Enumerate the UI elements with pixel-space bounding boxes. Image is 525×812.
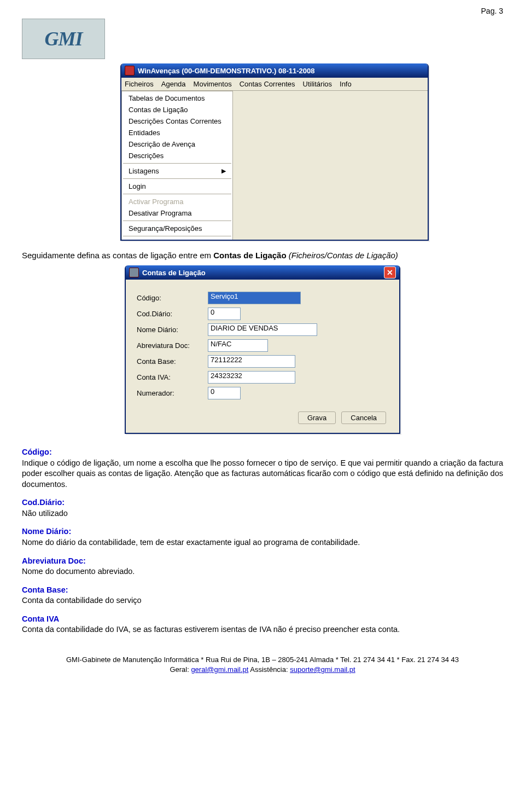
menu-item-tabelas[interactable]: Tabelas de Documentos (122, 92, 232, 104)
input-numerador[interactable]: 0 (208, 387, 241, 399)
input-abrev[interactable]: N/FAC (208, 339, 268, 352)
dialog-icon (129, 268, 139, 277)
menu-agenda[interactable]: Agenda (161, 80, 186, 88)
menu-item-contas-ligacao[interactable]: Contas de Ligação (122, 104, 232, 115)
menu-item-entidades[interactable]: Entidades (122, 127, 232, 138)
titlebar-text: WinAvenças (00-GMI-DEMONSTRATIVO.) 08-11… (138, 67, 315, 75)
cancel-button[interactable]: Cancela (341, 411, 386, 424)
intro-text: Seguidamente defina as contas de ligação… (22, 251, 503, 260)
menu-utilitarios[interactable]: Utilitários (303, 80, 332, 88)
app-window: WinAvenças (00-GMI-DEMONSTRATIVO.) 08-11… (120, 63, 429, 241)
label-base: Conta Base: (137, 357, 208, 366)
app-icon (125, 66, 135, 76)
menubar: Ficheiros Agenda Movimentos Contas Corre… (121, 78, 428, 91)
input-coddiario[interactable]: 0 (208, 308, 241, 320)
menu-item-desc-contas[interactable]: Descrições Contas Correntes (122, 115, 232, 127)
close-button[interactable]: ✕ (384, 266, 396, 279)
menu-item-seguranca[interactable]: Segurança/Reposições (122, 223, 232, 234)
desc-title-coddiario: Cod.Diário: (22, 497, 503, 508)
menu-item-activar: Activar Programa (122, 196, 232, 207)
footer: GMI-Gabinete de Manutenção Informática *… (22, 655, 503, 675)
desc-body-abrev: Nome do documento abreviado. (22, 566, 503, 577)
menu-contas-correntes[interactable]: Contas Correntes (240, 80, 295, 88)
page-number: Pag. 3 (22, 7, 503, 15)
dialog-title: Contas de Ligação (142, 269, 206, 277)
desc-title-iva: Conta IVA (22, 614, 503, 625)
desc-body-codigo: Indique o código de ligação, um nome a e… (22, 458, 503, 490)
desc-title-base: Conta Base: (22, 585, 503, 596)
label-coddiario: Cod.Diário: (137, 310, 208, 318)
input-nomediario[interactable]: DIARIO DE VENDAS (208, 323, 317, 336)
label-numerador: Numerador: (137, 389, 208, 397)
dialog-window: Contas de Ligação ✕ Código: Serviço1 Cod… (125, 265, 400, 434)
menu-movimentos[interactable]: Movimentos (194, 80, 232, 88)
footer-assist-link[interactable]: suporte@gmi.mail.pt (290, 665, 355, 674)
menu-item-descricoes[interactable]: Descrições (122, 150, 232, 161)
submenu-arrow-icon: ▶ (221, 167, 226, 175)
desc-title-codigo: Código: (22, 447, 503, 458)
footer-geral-label: Geral: (170, 665, 191, 674)
menu-item-listagens[interactable]: Listagens ▶ (122, 165, 232, 177)
desc-body-nomediario: Nome do diário da contabilidade, tem de … (22, 537, 503, 548)
label-codigo: Código: (137, 294, 208, 302)
menu-item-desc-avenca[interactable]: Descrição de Avença (122, 138, 232, 150)
logo: GMI (22, 19, 105, 59)
footer-line1: GMI-Gabinete de Manutenção Informática *… (22, 655, 503, 665)
titlebar: WinAvenças (00-GMI-DEMONSTRATIVO.) 08-11… (121, 63, 428, 78)
label-nomediario: Nome Diário: (137, 326, 208, 334)
footer-geral-link[interactable]: geral@gmi.mail.pt (191, 665, 248, 674)
footer-assist-label: Assistência: (248, 665, 290, 674)
menu-item-sair[interactable]: Sair (122, 238, 232, 241)
dropdown-menu: Tabelas de Documentos Contas de Ligação … (121, 91, 233, 241)
menu-item-desativar[interactable]: Desativar Programa (122, 207, 232, 219)
desc-title-abrev: Abreviatura Doc: (22, 556, 503, 567)
save-button[interactable]: Grava (298, 411, 336, 424)
label-abrev: Abreviatura Doc: (137, 341, 208, 350)
menu-ficheiros[interactable]: Ficheiros (125, 80, 154, 88)
label-iva: Conta IVA: (137, 373, 208, 381)
menu-item-login[interactable]: Login (122, 181, 232, 192)
desc-body-base: Conta da contabilidade do serviço (22, 595, 503, 606)
input-iva[interactable]: 24323232 (208, 371, 295, 384)
desc-body-iva: Conta da contabilidade do IVA, se as fac… (22, 624, 503, 635)
logo-text: GMI (44, 27, 82, 50)
desc-body-coddiario: Não utilizado (22, 508, 503, 519)
input-base[interactable]: 72112222 (208, 355, 295, 368)
desc-title-nomediario: Nome Diário: (22, 526, 503, 537)
input-codigo[interactable]: Serviço1 (208, 292, 301, 304)
close-icon: ✕ (387, 268, 393, 277)
menu-info[interactable]: Info (340, 80, 352, 88)
